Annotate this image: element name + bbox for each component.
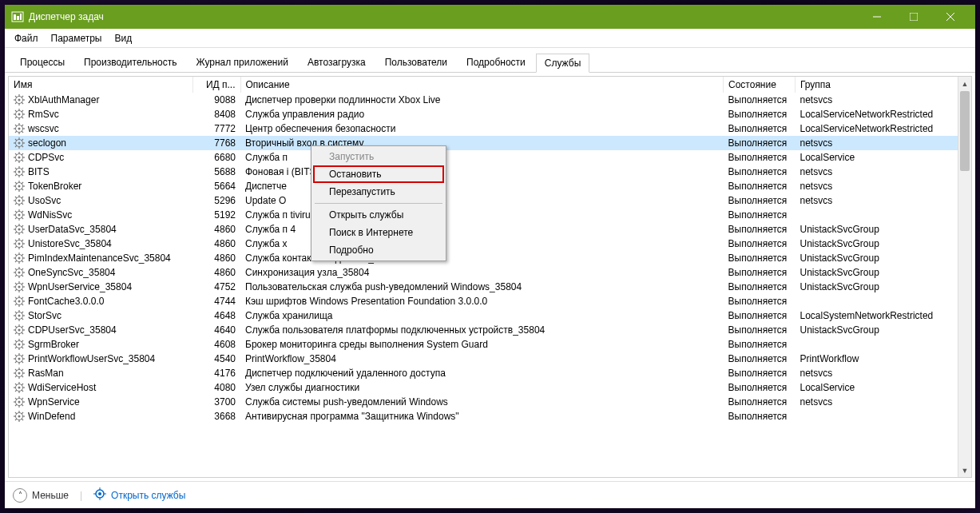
- service-icon: [14, 253, 25, 264]
- tab-performance[interactable]: Производительность: [75, 53, 185, 72]
- scroll-up-icon[interactable]: ▲: [958, 77, 971, 90]
- svg-point-109: [18, 243, 21, 245]
- service-state: Выполняется: [724, 294, 796, 308]
- service-description: Центр обеспечения безопасности: [240, 121, 724, 136]
- menu-options[interactable]: Параметры: [45, 30, 109, 46]
- service-group: netsvcs: [796, 179, 971, 193]
- table-row[interactable]: TokenBroker5664ДиспетчеВыполняетсяnetsvc…: [9, 179, 971, 193]
- service-description: Диспетчер подключений удаленного доступа: [240, 366, 724, 380]
- tab-details[interactable]: Подробности: [458, 53, 534, 72]
- service-icon: [14, 339, 25, 350]
- svg-line-157: [15, 304, 17, 305]
- scroll-thumb[interactable]: [960, 91, 970, 171]
- service-state: Выполняется: [724, 409, 796, 424]
- col-header-pid[interactable]: ИД п...: [192, 77, 240, 93]
- tab-services[interactable]: Службы: [536, 54, 589, 73]
- svg-point-119: [18, 257, 21, 260]
- service-name: XblAuthManager: [28, 94, 99, 105]
- table-row[interactable]: CDPSvc6680Служба пВыполняетсяLocalServic…: [9, 150, 971, 165]
- svg-line-226: [22, 398, 23, 400]
- col-header-state[interactable]: Состояние: [724, 77, 796, 93]
- svg-line-234: [15, 412, 17, 414]
- svg-line-125: [22, 260, 23, 262]
- table-row[interactable]: WinDefend3668Антивирусная программа "Защ…: [9, 409, 971, 424]
- service-state: Выполняется: [724, 179, 796, 193]
- menubar: Файл Параметры Вид: [5, 29, 975, 48]
- table-row[interactable]: OneSyncSvc_358044860Синхронизация узла_3…: [9, 265, 971, 280]
- vertical-scrollbar[interactable]: ▲ ▼: [958, 77, 971, 477]
- svg-point-29: [18, 128, 21, 130]
- service-group: LocalService: [796, 380, 971, 395]
- service-pid: 7772: [192, 121, 240, 136]
- table-row[interactable]: WpnUserService_358044752Пользовательская…: [9, 280, 971, 294]
- scroll-down-icon[interactable]: ▼: [958, 463, 971, 477]
- svg-line-14: [15, 96, 17, 97]
- col-header-name[interactable]: Имя: [9, 77, 192, 93]
- tab-processes[interactable]: Процессы: [11, 53, 73, 72]
- service-name: WdNisSvc: [28, 209, 72, 221]
- titlebar[interactable]: Диспетчер задач: [5, 5, 975, 29]
- table-row[interactable]: UsoSvc5296Update OВыполняетсяnetsvcs: [9, 193, 971, 208]
- minimize-button[interactable]: [859, 5, 895, 29]
- tab-startup[interactable]: Автозагрузка: [299, 53, 375, 72]
- col-header-description[interactable]: Описание: [240, 77, 724, 93]
- svg-line-77: [15, 189, 17, 190]
- menu-view[interactable]: Вид: [108, 30, 138, 46]
- svg-line-135: [22, 275, 23, 276]
- service-state: Выполняется: [724, 193, 796, 208]
- ctx-start: Запустить: [313, 148, 444, 165]
- table-row[interactable]: WpnService3700Служба системы push-уведом…: [9, 395, 971, 409]
- service-group: UnistackSvcGroup: [796, 323, 971, 337]
- maximize-button[interactable]: [895, 5, 932, 29]
- tab-app-history[interactable]: Журнал приложений: [188, 53, 297, 72]
- svg-point-219: [18, 401, 21, 404]
- open-services-link[interactable]: Открыть службы: [93, 487, 185, 503]
- table-row[interactable]: RasMan4176Диспетчер подключений удаленно…: [9, 366, 971, 380]
- table-row[interactable]: UnistoreSvc_358044860Служба хВыполняется…: [9, 237, 971, 251]
- svg-line-97: [15, 217, 17, 219]
- service-name: BITS: [28, 166, 50, 177]
- ctx-details[interactable]: Подробно: [313, 241, 444, 259]
- service-icon: [14, 238, 25, 249]
- table-row[interactable]: CDPUserSvc_358044640Служба пользователя …: [9, 323, 971, 337]
- ctx-restart[interactable]: Перезапустить: [313, 183, 444, 201]
- table-row[interactable]: FontCache3.0.0.04744Кэш шрифтов Windows …: [9, 294, 971, 308]
- service-icon: [14, 267, 25, 278]
- service-pid: 3668: [192, 409, 240, 424]
- service-state: Выполняется: [724, 237, 796, 251]
- close-button[interactable]: [932, 5, 969, 29]
- ctx-search-web[interactable]: Поиск в Интернете: [313, 224, 444, 241]
- menu-file[interactable]: Файл: [8, 30, 45, 46]
- table-row[interactable]: WdNisSvc5192Служба п tivirusВыполняется: [9, 208, 971, 222]
- tab-users[interactable]: Пользователи: [376, 53, 456, 72]
- service-state: Выполняется: [724, 308, 796, 323]
- tab-bar: Процессы Производительность Журнал прило…: [5, 48, 975, 73]
- service-description: Служба управления радио: [240, 107, 724, 121]
- table-row[interactable]: RmSvc8408Служба управления радиоВыполняе…: [9, 107, 971, 121]
- svg-point-9: [18, 99, 21, 101]
- svg-point-149: [18, 300, 21, 303]
- table-row[interactable]: wscsvc7772Центр обеспечения безопасности…: [9, 121, 971, 136]
- table-row[interactable]: PrintWorkflowUserSvc_358044540PrintWorkf…: [9, 352, 971, 366]
- svg-line-127: [15, 260, 17, 262]
- ctx-stop[interactable]: Остановить: [313, 165, 444, 183]
- table-row[interactable]: UserDataSvc_358044860Служба п 4Выполняет…: [9, 222, 971, 237]
- table-row[interactable]: SgrmBroker4608Брокер мониторинга среды в…: [9, 337, 971, 352]
- table-row[interactable]: seclogon7768Вторичный вход в системуВыпо…: [9, 136, 971, 150]
- table-row[interactable]: StorSvc4648Служба хранилищаВыполняетсяLo…: [9, 308, 971, 323]
- service-name: seclogon: [28, 137, 66, 149]
- service-description: Узел службы диагностики: [240, 380, 724, 395]
- svg-rect-2: [17, 16, 19, 20]
- svg-line-66: [22, 168, 23, 169]
- svg-line-106: [22, 225, 23, 227]
- table-row[interactable]: BITS5688Фоновая і (BITS)Выполняетсяnetsv…: [9, 165, 971, 179]
- fewer-details-button[interactable]: ˄ Меньше: [13, 488, 69, 503]
- table-row[interactable]: WdiServiceHost4080Узел службы диагностик…: [9, 380, 971, 395]
- ctx-open-services[interactable]: Открыть службы: [313, 206, 444, 224]
- service-group: netsvcs: [796, 93, 971, 107]
- table-row[interactable]: PimIndexMaintenanceSvc_358044860Служба к…: [9, 251, 971, 265]
- service-description: Антивирусная программа "Защитника Window…: [240, 409, 724, 424]
- service-state: Выполняется: [724, 107, 796, 121]
- table-row[interactable]: XblAuthManager9088Диспетчер проверки под…: [9, 93, 971, 107]
- col-header-group[interactable]: Группа: [796, 77, 971, 93]
